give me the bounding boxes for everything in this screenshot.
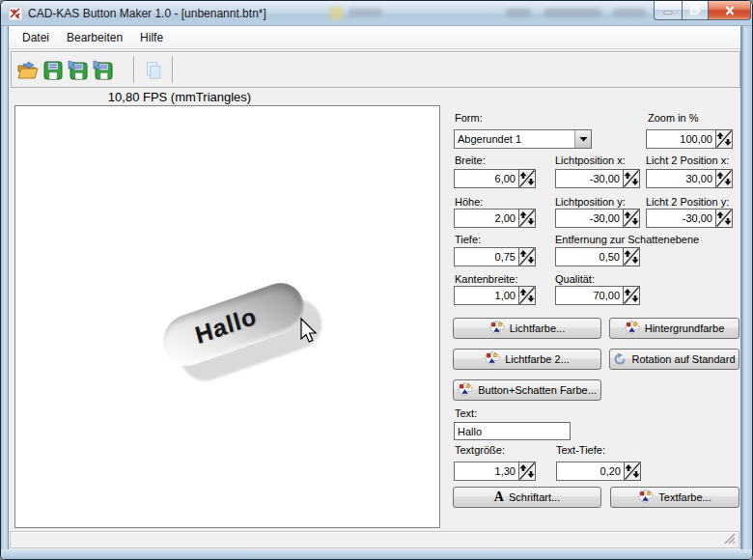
lichtposition-y-label: Lichtposition y: (555, 196, 626, 208)
kantenbreite-label: Kantenbreite: (455, 273, 517, 285)
color-palette-icon (458, 382, 473, 399)
glass-blur-artifact (330, 7, 343, 19)
chevron-down-icon[interactable] (574, 130, 591, 148)
texttiefe-input[interactable] (556, 462, 624, 481)
schriftart-button[interactable]: A Schriftart... (453, 487, 601, 508)
caption-buttons (654, 1, 751, 20)
save-copy-icon (92, 59, 115, 82)
licht2-y-spinedit (646, 209, 733, 228)
tiefe-label: Tiefe: (455, 234, 481, 245)
kantenbreite-spinedit (454, 286, 536, 305)
schattenebene-spinedit (555, 247, 640, 266)
glass-blur-artifact (613, 9, 646, 16)
menubar: Datei Bearbeiten Hilfe (9, 26, 740, 49)
breite-input[interactable] (454, 169, 518, 188)
app-icon (8, 6, 23, 21)
open-icon (16, 59, 40, 82)
menu-bearbeiten[interactable]: Bearbeiten (58, 28, 131, 47)
textgroesse-spinedit (454, 462, 536, 481)
text-input[interactable] (454, 422, 571, 440)
licht2-y-input[interactable] (646, 209, 715, 228)
tiefe-input[interactable] (454, 247, 518, 266)
minimize-button[interactable] (654, 1, 682, 20)
save-button[interactable] (41, 58, 66, 83)
button-schatten-farbe-button[interactable]: Button+Schatten Farbe... (453, 379, 601, 401)
schattenebene-input[interactable] (555, 247, 623, 266)
hoehe-input[interactable] (454, 209, 518, 228)
color-palette-icon (625, 321, 640, 337)
button-schatten-button-label: Button+Schatten Farbe... (478, 384, 597, 396)
lichtfarbe2-button[interactable]: Lichtfarbe 2... (453, 349, 601, 370)
schriftart-button-label: Schriftart... (509, 491, 560, 503)
form-label: Form: (455, 112, 483, 124)
tiefe-spinner-icon[interactable] (518, 247, 536, 266)
zoom-spinner-icon[interactable] (715, 129, 733, 149)
qualitaet-input[interactable] (555, 286, 623, 305)
window-frame-right (740, 26, 753, 551)
licht2-x-input[interactable] (646, 169, 715, 188)
qualitaet-spinner-icon[interactable] (623, 286, 640, 305)
licht2-y-spinner-icon[interactable] (715, 209, 733, 228)
lichtposition-x-label: Lichtposition x: (555, 154, 626, 166)
close-button[interactable] (709, 1, 751, 20)
textfarbe-button[interactable]: Textfarbe... (610, 487, 739, 508)
rotation-button-label: Rotation auf Standard (631, 353, 735, 365)
hintergrundfarbe-button-label: Hintergrundfarbe (645, 322, 725, 334)
hintergrundfarbe-button[interactable]: Hintergrundfarbe (609, 318, 739, 339)
copy-button[interactable] (141, 58, 166, 83)
lichtfarbe2-button-label: Lichtfarbe 2... (505, 353, 570, 365)
licht2-x-spinner-icon[interactable] (715, 169, 733, 188)
rotation-standard-button[interactable]: Rotation auf Standard (609, 349, 739, 370)
save-copy-button[interactable] (91, 58, 116, 83)
breite-spinedit (454, 169, 536, 188)
color-palette-icon (638, 490, 654, 506)
licht2-x-spinedit (646, 169, 733, 188)
restore-button[interactable] (682, 1, 709, 20)
font-a-icon: A (494, 490, 504, 504)
breite-spinner-icon[interactable] (518, 169, 536, 188)
mouse-cursor-icon (297, 317, 319, 346)
lichtposition-y-spinner-icon[interactable] (623, 209, 640, 228)
lichtposition-y-input[interactable] (555, 209, 623, 228)
toolbar (11, 51, 740, 88)
menu-hilfe[interactable]: Hilfe (131, 28, 172, 47)
color-palette-icon (485, 351, 500, 368)
schattenebene-spinner-icon[interactable] (623, 247, 640, 266)
menu-datei[interactable]: Datei (14, 28, 58, 47)
textgroesse-label: Textgröße: (455, 444, 505, 456)
kantenbreite-spinner-icon[interactable] (518, 286, 536, 305)
zoom-input[interactable] (646, 129, 715, 149)
glass-blur-artifact (349, 9, 381, 16)
window-frame-left (1, 26, 9, 551)
save-as-button[interactable] (66, 58, 91, 83)
titlebar[interactable]: CAD-KAS Button Maker 1.0 - [unbenannt.bt… (1, 1, 753, 26)
breite-label: Breite: (455, 154, 486, 166)
open-file-button[interactable] (15, 58, 41, 83)
app-window: CAD-KAS Button Maker 1.0 - [unbenannt.bt… (0, 0, 753, 560)
texttiefe-spinner-icon[interactable] (624, 462, 641, 481)
lichtposition-x-input[interactable] (555, 169, 623, 188)
resize-grip[interactable] (723, 532, 737, 546)
window-frame-bottom (1, 549, 753, 560)
lichtfarbe-button[interactable]: Lichtfarbe... (453, 318, 601, 339)
color-palette-icon (489, 321, 505, 337)
hoehe-spinedit (454, 209, 536, 228)
licht2-x-label: Licht 2 Position x: (646, 154, 729, 166)
form-select[interactable]: Abgerundet 1 (454, 129, 592, 149)
lichtposition-y-spinedit (555, 209, 640, 228)
rotation-arrow-icon (613, 352, 627, 366)
preview-viewport[interactable]: Hallo (14, 105, 440, 528)
lichtposition-x-spinner-icon[interactable] (623, 169, 640, 188)
textgroesse-input[interactable] (454, 462, 518, 481)
toolbar-separator (172, 56, 174, 83)
toolbar-separator (133, 56, 135, 83)
button-3d-text: Hallo (192, 301, 260, 350)
qualitaet-label: Qualität: (555, 273, 595, 285)
textgroesse-spinner-icon[interactable] (518, 462, 536, 481)
tiefe-spinedit (454, 247, 536, 266)
zoom-spinedit (646, 129, 733, 149)
kantenbreite-input[interactable] (454, 286, 518, 305)
hoehe-spinner-icon[interactable] (518, 209, 536, 228)
hoehe-label: Höhe: (455, 196, 483, 208)
statusbar (10, 531, 739, 548)
